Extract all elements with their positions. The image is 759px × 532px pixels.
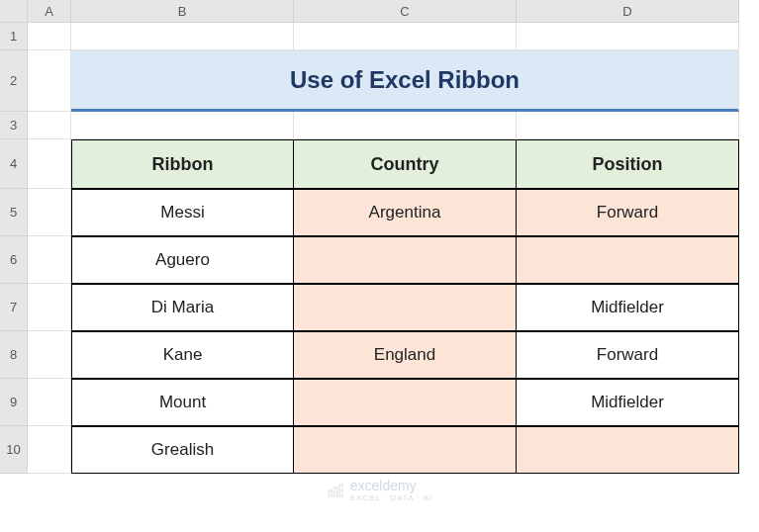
row-header-7[interactable]: 7 bbox=[0, 284, 28, 331]
cell-A7[interactable] bbox=[28, 284, 71, 331]
table-row[interactable] bbox=[294, 236, 517, 284]
row-header-3[interactable]: 3 bbox=[0, 112, 28, 139]
col-header-D[interactable]: D bbox=[517, 0, 739, 23]
cell-A10[interactable] bbox=[28, 426, 71, 474]
cell-A8[interactable] bbox=[28, 331, 71, 379]
row-header-2[interactable]: 2 bbox=[0, 50, 28, 112]
watermark-brand: exceldemy bbox=[350, 478, 417, 493]
table-row[interactable]: Forward bbox=[517, 331, 739, 379]
table-row[interactable]: Kane bbox=[71, 331, 294, 379]
table-row[interactable]: Midfielder bbox=[517, 284, 739, 331]
table-header-country[interactable]: Country bbox=[294, 139, 517, 189]
col-header-C[interactable]: C bbox=[294, 0, 517, 23]
svg-rect-2 bbox=[338, 485, 341, 496]
table-row[interactable]: Midfielder bbox=[517, 379, 739, 426]
row-header-1[interactable]: 1 bbox=[0, 23, 28, 50]
col-header-A[interactable]: A bbox=[28, 0, 71, 23]
cell-A9[interactable] bbox=[28, 379, 71, 426]
row-header-5[interactable]: 5 bbox=[0, 189, 28, 236]
table-row[interactable] bbox=[294, 284, 517, 331]
table-row[interactable] bbox=[294, 426, 517, 474]
title-cell[interactable]: Use of Excel Ribbon bbox=[71, 50, 739, 112]
cell-B3[interactable] bbox=[71, 112, 294, 139]
cell-D1[interactable] bbox=[517, 23, 739, 50]
svg-rect-1 bbox=[333, 488, 336, 496]
cell-A3[interactable] bbox=[28, 112, 71, 139]
table-row[interactable]: England bbox=[294, 331, 517, 379]
cell-C3[interactable] bbox=[294, 112, 517, 139]
row-header-4[interactable]: 4 bbox=[0, 139, 28, 189]
row-header-6[interactable]: 6 bbox=[0, 236, 28, 284]
row-header-9[interactable]: 9 bbox=[0, 379, 28, 426]
table-row[interactable] bbox=[517, 426, 739, 474]
table-row[interactable]: Grealish bbox=[71, 426, 294, 474]
cell-A6[interactable] bbox=[28, 236, 71, 284]
watermark: exceldemy EXCEL · DATA · BI bbox=[327, 478, 433, 502]
table-row[interactable]: Di Maria bbox=[71, 284, 294, 331]
table-row[interactable]: Argentina bbox=[294, 189, 517, 236]
table-row[interactable]: Messi bbox=[71, 189, 294, 236]
chart-icon bbox=[327, 482, 344, 499]
table-row[interactable]: Forward bbox=[517, 189, 739, 236]
table-row[interactable] bbox=[294, 379, 517, 426]
table-header-position[interactable]: Position bbox=[517, 139, 739, 189]
spreadsheet-grid: A B C D 1 2 Use of Excel Ribbon 3 4 Ribb… bbox=[0, 0, 759, 474]
table-header-ribbon[interactable]: Ribbon bbox=[71, 139, 294, 189]
cell-A4[interactable] bbox=[28, 139, 71, 189]
select-all-corner[interactable] bbox=[0, 0, 28, 23]
row-header-8[interactable]: 8 bbox=[0, 331, 28, 379]
table-row[interactable] bbox=[517, 236, 739, 284]
cell-A1[interactable] bbox=[28, 23, 71, 50]
watermark-tag: EXCEL · DATA · BI bbox=[350, 493, 433, 502]
cell-A2[interactable] bbox=[28, 50, 71, 112]
row-header-10[interactable]: 10 bbox=[0, 426, 28, 474]
cell-A5[interactable] bbox=[28, 189, 71, 236]
table-row[interactable]: Mount bbox=[71, 379, 294, 426]
svg-rect-0 bbox=[329, 490, 332, 496]
cell-B1[interactable] bbox=[71, 23, 294, 50]
col-header-B[interactable]: B bbox=[71, 0, 294, 23]
cell-D3[interactable] bbox=[517, 112, 739, 139]
cell-C1[interactable] bbox=[294, 23, 517, 50]
table-row[interactable]: Aguero bbox=[71, 236, 294, 284]
